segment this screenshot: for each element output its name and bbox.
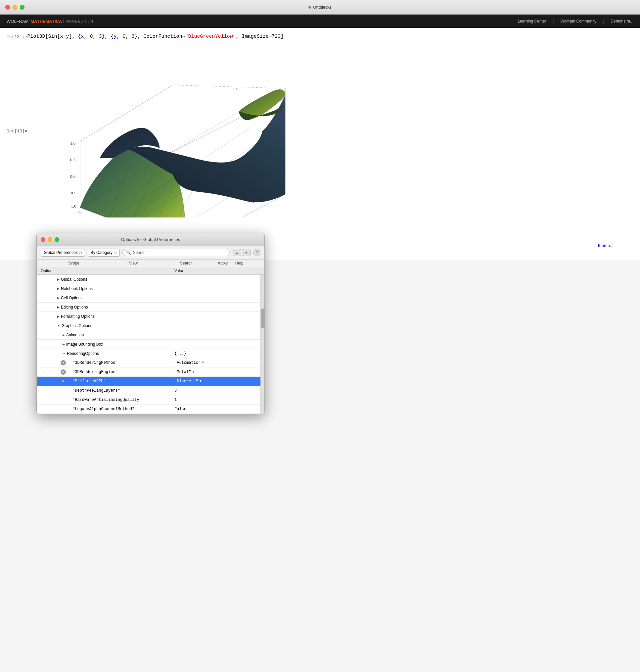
tree-arrow[interactable]: ▶ [57,278,60,281]
dialog-maximize-button[interactable] [55,237,59,242]
x-badge[interactable]: ✕ [61,379,66,384]
value-text: "Metal" [174,370,191,374]
th-value: Value [174,269,260,273]
edition-text: HOME EDITION [63,19,93,23]
th-option: Option [41,269,174,273]
side-note: theme... [598,243,613,248]
row-option: "PreferredGPU" [72,379,174,384]
view-dropdown-arrow: ⬡ [114,251,117,255]
table-row[interactable]: "HardwareAntialiasingQuality"1. [37,395,264,404]
value-text: "Discrete" [174,379,198,384]
row-option: "LegacyAlphaChannelMethod" [72,407,174,412]
nav-links: Learning Center | Wolfram Community | De… [518,19,634,24]
row-option: "HardwareAntialiasingQuality" [72,398,174,402]
x-badge[interactable]: ✕ [61,369,66,375]
svg-text:3: 3 [275,84,278,89]
row-option: RenderingOptions [67,351,174,356]
col-headers: Scope View Search Apply Help [37,259,264,267]
dialog-close-button[interactable] [41,237,45,242]
wolfram-text: WOLFRAM [6,19,28,24]
table-row[interactable]: ✕"3DRenderingMethod" "Automatic" ▼ [37,358,264,368]
tree-arrow[interactable]: ▶ [57,305,60,309]
table-row[interactable]: ▼RenderingOptions{...} [37,349,264,358]
title-bar: Untitled-1 [0,0,640,15]
svg-text:0.5: 0.5 [70,157,75,162]
dialog-titlebar: Options for Global Preferences [37,233,264,246]
table-row[interactable]: ▼Graphics Options [37,321,264,330]
scope-dropdown-label: Global Preferences [44,250,78,255]
svg-text:0: 0 [78,210,81,215]
title-dot [308,6,311,9]
x-badge[interactable]: ✕ [61,360,66,366]
table-row[interactable]: ▶Notebook Options [37,284,264,293]
row-option: Formatting Options [61,314,174,319]
row-value: {...} [174,351,260,356]
col-apply: Apply [213,261,233,266]
value-dropdown-arrow: ▼ [200,380,202,383]
svg-text:1: 1 [252,199,254,204]
table-header-row: Option Value [37,267,264,275]
output-label: Out[13]= [6,128,27,134]
tree-arrow[interactable]: ▶ [57,296,60,300]
row-value[interactable]: "Discrete" ▼ [174,379,260,384]
wolfram-logo: WOLFRAM MATHEMATICA HOME EDITION [6,19,93,24]
dialog-title: Options for Global Preferences [121,237,180,242]
nav-learning-center[interactable]: Learning Center [518,19,546,24]
svg-text:−0.5: −0.5 [69,190,76,195]
next-arrow-button[interactable]: ▼ [242,249,250,256]
options-dialog: Options for Global Preferences Global Pr… [37,233,265,414]
nav-demonstra[interactable]: Demonstra... [611,19,634,24]
svg-line-16 [173,85,285,88]
svg-text:2: 2 [272,187,274,192]
help-button[interactable]: ? [253,249,260,256]
row-option: "3DRenderingEngine" [72,370,174,374]
table-body: ▶Global Options▶Notebook Options▶Cell Op… [37,275,264,414]
minimize-button[interactable] [13,5,17,10]
table-row[interactable]: ✕"3DRenderingEngine" "Metal" ▼ [37,368,264,377]
col-scope: Scope [41,261,107,266]
scrollbar[interactable] [260,275,264,414]
close-button[interactable] [5,5,10,10]
tree-arrow[interactable]: ▶ [57,287,60,290]
table-row[interactable]: ▶Global Options [37,275,264,284]
table-row[interactable]: ▶Formatting Options [37,312,264,321]
tree-arrow[interactable]: ▼ [62,352,66,355]
table-row[interactable]: "LegacyAlphaChannelMethod"False [37,404,264,414]
input-cell: In[13]:= Plot3D[Sin[x y], {x, 0, 3}, {y,… [6,31,634,42]
table-row[interactable]: "DepthPeelingLayers"8 [37,386,264,395]
svg-text:−1.0: −1.0 [69,204,76,209]
row-value: 1. [174,398,260,402]
input-code[interactable]: Plot3D[Sin[x y], {x, 0, 3}, {y, 0, 3}, C… [27,34,634,39]
table-row[interactable]: ▶Animation [37,330,264,340]
row-value[interactable]: "Metal" ▼ [174,370,260,374]
table-row[interactable]: ▶Editing Options [37,303,264,312]
table-row[interactable]: ▶Image Bounding Box [37,340,264,349]
dialog-toolbar: Global Preferences ⬡ By Category ⬡ 🔍 ▲ ▼… [37,246,264,259]
row-option: Cell Options [61,296,174,300]
scope-dropdown-arrow: ⬡ [79,251,82,255]
tree-arrow[interactable]: ▶ [57,315,60,318]
search-input[interactable] [133,250,226,255]
plot-container[interactable]: 1.0 0.5 0.0 −0.5 −1.0 0 1 1 2 3 1 2 3 2 … [47,45,292,217]
col-help: Help [233,261,246,266]
table-row[interactable]: ✕"PreferredGPU" "Discrete" ▼ [37,377,264,386]
output-cell: Out[13]= [6,42,634,221]
prev-arrow-button[interactable]: ▲ [233,249,241,256]
dialog-minimize-button[interactable] [48,237,52,242]
scope-dropdown[interactable]: Global Preferences ⬡ [41,248,85,257]
row-option: "DepthPeelingLayers" [72,388,174,393]
svg-text:1.0: 1.0 [70,141,75,146]
row-option: Notebook Options [61,286,174,291]
svg-text:1: 1 [196,86,198,91]
scrollbar-thumb[interactable] [261,309,264,328]
maximize-button[interactable] [20,5,25,10]
tree-arrow[interactable]: ▶ [62,343,65,346]
nav-wolfram-community[interactable]: Wolfram Community [561,19,596,24]
tree-arrow[interactable]: ▶ [62,333,65,337]
title-text: Untitled-1 [313,5,332,10]
view-dropdown[interactable]: By Category ⬡ [88,248,120,257]
search-box[interactable]: 🔍 [122,249,230,256]
tree-arrow[interactable]: ▼ [57,324,60,327]
row-value[interactable]: "Automatic" ▼ [174,360,260,365]
table-row[interactable]: ▶Cell Options [37,293,264,303]
